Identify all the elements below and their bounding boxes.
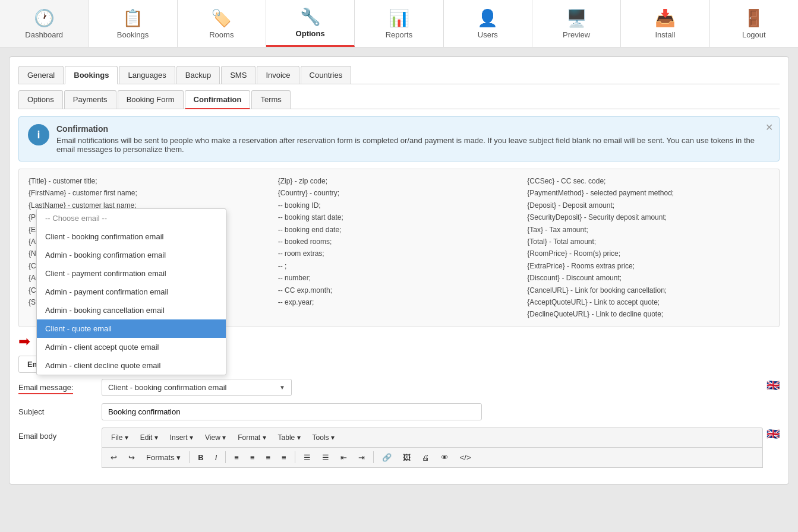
table-menu[interactable]: Table ▾ [273, 430, 306, 445]
subtab-booking-form[interactable]: Booking Form [118, 90, 184, 109]
email-dropdown-open[interactable]: -- Choose email --Client - booking confi… [36, 208, 226, 375]
body-flag-icon: 🇬🇧 [767, 428, 780, 441]
tab-backup[interactable]: Backup [176, 66, 220, 84]
token-item: -- exp.year; [278, 296, 521, 308]
nav-item-users[interactable]: 👤Users [444, 0, 532, 47]
token-item: {CCSec} - CC sec. code; [527, 175, 769, 187]
info-icon: i [28, 124, 49, 145]
subtab-options[interactable]: Options [18, 90, 63, 109]
email-editor-wrap: File ▾ Edit ▾ Insert ▾ View ▾ Format ▾ T… [102, 428, 763, 468]
nav-item-preview[interactable]: 🖥️Preview [532, 0, 621, 47]
token-item: {Zip} - zip code; [278, 175, 521, 187]
nav-label-bookings: Bookings [117, 30, 149, 39]
email-body-row: Email body File ▾ Edit ▾ Insert ▾ View ▾… [18, 428, 780, 468]
nav-item-install[interactable]: 📥Install [621, 0, 709, 47]
info-box: i Confirmation Email notifications will … [18, 116, 780, 162]
dropdown-option-admin-cancellation[interactable]: Admin - booking cancellation email [37, 301, 226, 319]
token-item: -- booking ID; [278, 200, 521, 211]
align-left-button[interactable]: ≡ [229, 450, 244, 465]
tab-bookings[interactable]: Bookings [65, 66, 118, 84]
token-item: {Country} - country; [278, 187, 521, 199]
dropdown-option-choose[interactable]: -- Choose email -- [37, 209, 226, 227]
nav-label-reports: Reports [386, 30, 413, 39]
token-item: {RoomPrice} - Room(s) price; [527, 248, 769, 259]
align-center-button[interactable]: ≡ [245, 450, 260, 465]
unordered-list-button[interactable]: ☰ [299, 450, 316, 465]
token-item: -- CC exp.month; [278, 284, 521, 296]
token-item: {Deposit} - Deposit amount; [527, 200, 769, 211]
email-select-box[interactable]: Client - booking confirmation email ▼ [102, 379, 292, 396]
undo-button[interactable]: ↩ [106, 450, 122, 465]
main-tabs: GeneralBookingsLanguagesBackupSMSInvoice… [18, 66, 780, 84]
token-item: {Total} - Total amount; [527, 236, 769, 248]
dropdown-option-client-payment[interactable]: Client - payment confirmation email [37, 264, 226, 283]
tab-invoice[interactable]: Invoice [257, 66, 299, 84]
subject-label: Subject [18, 403, 102, 416]
italic-button[interactable]: I [210, 450, 222, 465]
dropdown-option-admin-booking[interactable]: Admin - booking confirmation email [37, 246, 226, 264]
preview-button[interactable]: 👁 [436, 450, 453, 465]
dropdown-option-admin-accept-quote[interactable]: Admin - client accept quote email [37, 338, 226, 356]
source-button[interactable]: </> [455, 450, 476, 465]
outdent-button[interactable]: ⇤ [336, 450, 352, 465]
subtab-terms[interactable]: Terms [251, 90, 290, 109]
image-button[interactable]: 🖼 [398, 450, 415, 465]
nav-label-options: Options [296, 29, 325, 38]
nav-item-bookings[interactable]: 📋Bookings [89, 0, 177, 47]
insert-menu[interactable]: Insert ▾ [165, 430, 198, 445]
subject-input-wrap [102, 403, 780, 420]
redo-button[interactable]: ↪ [124, 450, 140, 465]
arrow-hint: ➡ -- Choose email --Client - booking con… [18, 333, 780, 350]
email-message-label: Email message: [18, 379, 102, 392]
token-item: {PaymentMethod} - selected payment metho… [527, 187, 769, 199]
nav-item-logout[interactable]: 🚪Logout [710, 0, 798, 47]
nav-item-rooms[interactable]: 🏷️Rooms [178, 0, 266, 47]
email-message-label-text: Email message: [18, 383, 73, 394]
chevron-down-icon: ▼ [279, 384, 285, 391]
tab-languages[interactable]: Languages [119, 66, 175, 84]
print-button[interactable]: 🖨 [417, 450, 434, 465]
dashboard-nav-icon: 🕐 [34, 8, 55, 28]
token-item: {Tax} - Tax amount; [527, 224, 769, 236]
tab-countries[interactable]: Countries [301, 66, 352, 84]
tab-general[interactable]: General [18, 66, 64, 84]
dropdown-option-admin-payment[interactable]: Admin - payment confirmation email [37, 283, 226, 301]
file-menu[interactable]: File ▾ [106, 430, 134, 445]
link-button[interactable]: 🔗 [377, 450, 396, 465]
bold-button[interactable]: B [193, 450, 208, 465]
token-item: {AcceptQuoteURL} - Link to accept quote; [527, 296, 769, 308]
view-menu[interactable]: View ▾ [200, 430, 231, 445]
dropdown-option-client-quote[interactable]: Client - quote email [37, 319, 226, 338]
token-item: {Discount} - Discount amount; [527, 272, 769, 284]
formats-dropdown[interactable]: Formats ▾ [141, 450, 185, 465]
reports-nav-icon: 📊 [389, 8, 409, 28]
preview-nav-icon: 🖥️ [566, 8, 587, 28]
subtab-confirmation[interactable]: Confirmation [185, 90, 251, 109]
subtab-payments[interactable]: Payments [64, 90, 116, 109]
nav-label-logout: Logout [742, 30, 766, 39]
editor-toolbar-menus: File ▾ Edit ▾ Insert ▾ View ▾ Format ▾ T… [102, 428, 763, 448]
justify-button[interactable]: ≡ [277, 450, 291, 465]
token-item: -- number; [278, 272, 521, 284]
nav-item-dashboard[interactable]: 🕐Dashboard [0, 0, 89, 47]
sep4 [373, 451, 374, 463]
format-menu[interactable]: Format ▾ [232, 430, 271, 445]
nav-label-install: Install [655, 30, 675, 39]
editor-toolbar-format: ↩ ↪ Formats ▾ B I ≡ ≡ ≡ ≡ ☰ ☰ [102, 448, 763, 468]
nav-item-options[interactable]: 🔧Options [266, 0, 355, 47]
dropdown-option-client-booking[interactable]: Client - booking confirmation email [37, 227, 226, 246]
subject-input[interactable] [102, 403, 482, 420]
ordered-list-button[interactable]: ☰ [317, 450, 334, 465]
tab-sms[interactable]: SMS [221, 66, 256, 84]
info-box-description: Email notifications will be sent to peop… [56, 136, 755, 154]
token-item: {FirstName} - customer first name; [29, 187, 271, 199]
close-icon[interactable]: ✕ [765, 122, 773, 133]
tools-menu[interactable]: Tools ▾ [307, 430, 340, 445]
sep2 [225, 451, 226, 463]
edit-menu[interactable]: Edit ▾ [135, 430, 163, 445]
indent-button[interactable]: ⇥ [354, 450, 370, 465]
dropdown-option-admin-decline-quote[interactable]: Admin - client decline quote email [37, 356, 226, 375]
arrow-right-icon: ➡ [18, 333, 30, 350]
align-right-button[interactable]: ≡ [261, 450, 276, 465]
nav-item-reports[interactable]: 📊Reports [355, 0, 443, 47]
